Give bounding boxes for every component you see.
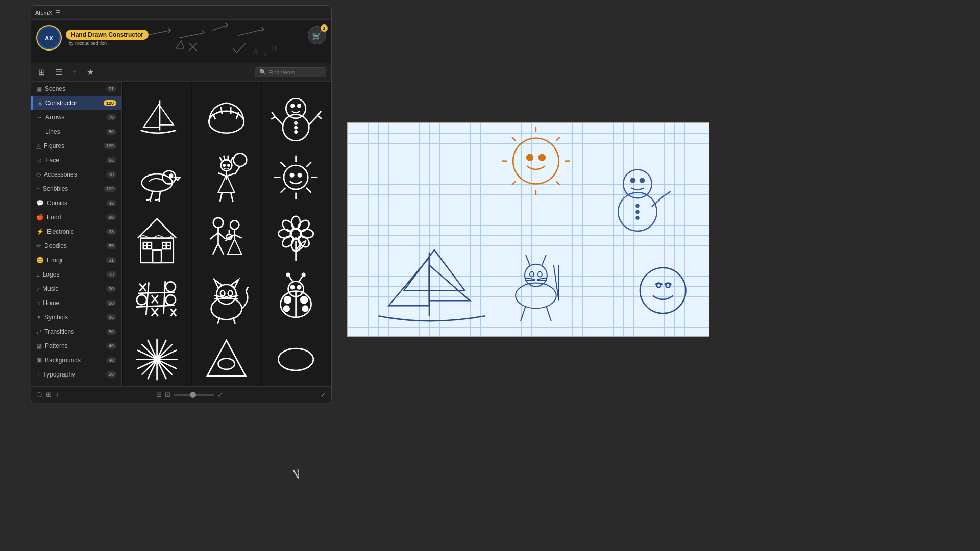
grid-item-starburst[interactable]	[123, 325, 191, 386]
zoom-slider[interactable]	[174, 394, 214, 396]
svg-line-156	[148, 340, 157, 360]
sidebar-item-face[interactable]: ☺Face66	[31, 153, 121, 167]
grid-item-rock-or-drum[interactable]	[192, 83, 261, 151]
export-button[interactable]: ↑	[70, 66, 79, 79]
svg-line-109	[138, 292, 175, 293]
accessories-icon: ◇	[36, 171, 41, 178]
sidebar-item-home[interactable]: ⌂Home60	[31, 296, 121, 310]
sidebar-item-doodles[interactable]: ✏Doodles85	[31, 239, 121, 253]
sidebar-item-music[interactable]: ♪Music30	[31, 282, 121, 296]
svg-line-163	[148, 360, 157, 380]
sidebar-item-typography[interactable]: TTypography20	[31, 367, 121, 382]
sidebar-item-scribbles[interactable]: ~Scribbles109	[31, 182, 121, 196]
grid-item-bird[interactable]	[123, 143, 191, 212]
grid-item-cat[interactable]	[192, 265, 261, 333]
zoom-controls-icon[interactable]: ⊞	[156, 391, 162, 398]
header-area: A a B AX Hand Drawn Constructor by nixst…	[31, 20, 331, 63]
sidebar-item-logos[interactable]: LLogos33	[31, 267, 121, 282]
plugin-name: Hand Drawn Constructor	[71, 31, 143, 38]
sidebar-item-comics[interactable]: 💬Comics42	[31, 196, 121, 210]
grid-item-snowman[interactable]	[262, 83, 330, 151]
grid-item-tictactoe[interactable]	[123, 265, 191, 333]
svg-line-185	[663, 191, 671, 196]
svg-line-8	[238, 29, 264, 35]
favorites-button[interactable]: ★	[85, 65, 96, 79]
sidebar-item-constructor[interactable]: ◈Constructor120	[31, 96, 121, 110]
sidebar-item-emoji[interactable]: 😊Emoji31	[31, 253, 121, 267]
sidebar-item-transitions[interactable]: ⇄Transitions50	[31, 324, 121, 339]
svg-line-45	[151, 192, 153, 199]
sidebar-item-backgrounds[interactable]: ▣Backgrounds40	[31, 353, 121, 367]
svg-line-154	[157, 344, 173, 360]
search-bar[interactable]: 🔍	[255, 67, 326, 77]
fit-view-button[interactable]: ⊡	[165, 391, 170, 398]
svg-line-4	[202, 30, 205, 33]
grid-item-couple[interactable]	[192, 204, 261, 272]
svg-point-181	[636, 205, 639, 207]
svg-point-183	[636, 217, 639, 219]
sidebar-count-doodles: 85	[106, 243, 116, 249]
grid-icon-button[interactable]: ⊞	[46, 391, 52, 398]
bottom-bar: ⬡ ⊞ ♪ ⊞ ⊡ ⤢ ⤢	[31, 386, 331, 403]
sidebar-item-electronic[interactable]: ⚡Electronic38	[31, 224, 121, 239]
backgrounds-icon: ▣	[36, 357, 42, 364]
sidebar-item-scenes[interactable]: ▦Scenes21	[31, 82, 121, 96]
svg-line-159	[157, 360, 177, 369]
cursor	[292, 469, 300, 480]
cart-button[interactable]: 🛒 2	[308, 26, 326, 44]
zoom-handle[interactable]	[190, 392, 196, 398]
svg-line-157	[157, 360, 166, 380]
sidebar-label-figures: Figures	[44, 142, 101, 149]
sidebar-item-lines[interactable]: —Lines80	[31, 124, 121, 139]
svg-point-44	[170, 174, 173, 177]
svg-line-26	[221, 107, 222, 114]
sidebar-item-arrows[interactable]: →Arrows70	[31, 110, 121, 124]
svg-text:AX: AX	[45, 35, 53, 41]
music-icon-button[interactable]: ♪	[56, 391, 59, 398]
svg-point-117	[166, 295, 176, 305]
grid-view-button[interactable]: ⊞	[36, 65, 47, 79]
svg-line-161	[137, 360, 157, 369]
svg-point-104	[281, 234, 296, 249]
grid-item-ladybug[interactable]	[262, 265, 330, 333]
sidebar-label-emoji: Emoji	[47, 257, 103, 264]
sidebar-item-patterns[interactable]: ▩Patterns40	[31, 339, 121, 353]
expand-button[interactable]: ⤢	[217, 391, 223, 398]
grid-item-boat[interactable]	[123, 83, 191, 151]
grid-item-house[interactable]	[123, 204, 191, 272]
svg-text:B: B	[272, 44, 276, 53]
sidebar-label-home: Home	[43, 299, 103, 307]
menu-icon[interactable]: ☰	[55, 9, 60, 16]
title-bar: AtomX ☰	[31, 6, 331, 20]
fullscreen-button[interactable]: ⤢	[321, 391, 326, 398]
sidebar-label-doodles: Doodles	[44, 242, 103, 249]
svg-line-174	[556, 137, 560, 141]
svg-line-175	[512, 181, 516, 185]
sidebar-item-accessories[interactable]: ◇Accessories30	[31, 167, 121, 182]
svg-line-55	[224, 156, 225, 160]
list-view-button[interactable]: ☰	[53, 65, 64, 79]
svg-line-155	[142, 360, 157, 375]
home-icon: ⌂	[36, 299, 40, 307]
svg-point-51	[234, 154, 247, 167]
electronic-icon: ⚡	[36, 228, 44, 235]
grid-item-sun[interactable]	[262, 143, 330, 212]
grid-item-oval[interactable]	[262, 325, 330, 386]
grid-item-girl-balloon[interactable]	[192, 143, 261, 212]
sidebar-label-music: Music	[42, 285, 103, 292]
cart-badge: 2	[321, 24, 328, 32]
grid-item-mountain[interactable]	[192, 325, 261, 386]
sidebar-item-symbols[interactable]: ✦Symbols86	[31, 310, 121, 324]
grid-item-flower[interactable]	[262, 204, 330, 272]
canvas-area	[347, 122, 709, 337]
svg-point-200	[657, 283, 661, 287]
svg-line-54	[220, 157, 222, 162]
svg-point-33	[295, 122, 297, 124]
canvas-drawing	[348, 123, 709, 336]
hex-icon-button[interactable]: ⬡	[36, 391, 42, 398]
comics-icon: 💬	[36, 199, 44, 207]
sidebar-item-food[interactable]: 🍎Food98	[31, 210, 121, 224]
sidebar-item-figures[interactable]: △Figures120	[31, 139, 121, 153]
search-input[interactable]	[268, 69, 320, 76]
svg-point-99	[291, 216, 300, 230]
